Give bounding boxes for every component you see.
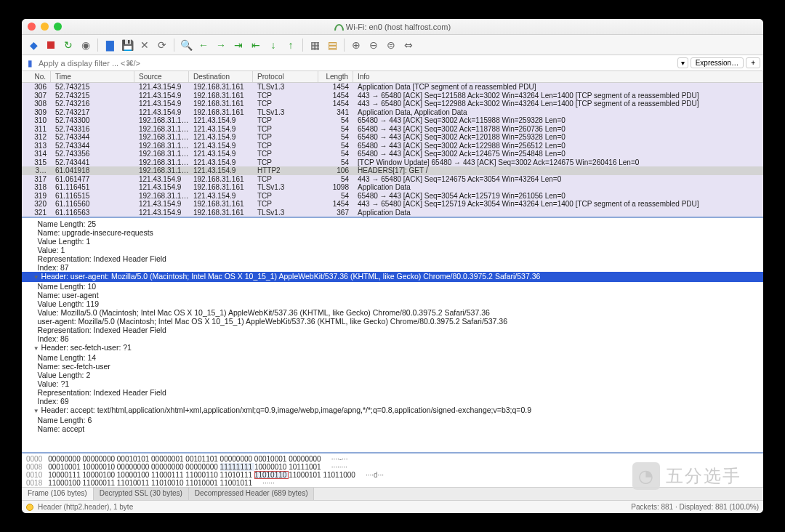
watermark-icon: ◔ — [632, 462, 660, 490]
table-row[interactable]: 32061.116560121.43.154.9192.168.31.161TC… — [22, 200, 763, 209]
detail-line[interactable]: Name: accept — [22, 424, 763, 433]
next-icon[interactable]: → — [214, 38, 228, 52]
packet-list[interactable]: No. Time Source Destination Protocol Len… — [22, 71, 763, 217]
table-row[interactable]: 30652.743215121.43.154.9192.168.31.161TL… — [22, 83, 763, 92]
autoscroll-icon[interactable]: ▦ — [307, 38, 322, 52]
detail-line[interactable]: Representation: Indexed Header Field — [22, 388, 763, 397]
table-row[interactable]: 31152.743316192.168.31.1…121.43.154.9TCP… — [22, 125, 763, 134]
col-src[interactable]: Source — [134, 71, 189, 82]
detail-line[interactable]: Value Length: 2 — [22, 371, 763, 379]
detail-line[interactable]: Name: sec-fetch-user — [22, 362, 763, 371]
titlebar: Wi-Fi: en0 (host halfrost.com) — [22, 19, 763, 35]
jump-icon[interactable]: ⇥ — [231, 38, 246, 52]
expression-button[interactable]: Expression… — [691, 57, 744, 68]
detail-line[interactable]: Name Length: 25 — [22, 219, 763, 228]
col-time[interactable]: Time — [51, 71, 134, 82]
prev-icon[interactable]: ← — [196, 38, 211, 52]
zoom-reset-icon[interactable]: ⊜ — [384, 38, 398, 52]
stop-icon[interactable] — [44, 38, 58, 52]
detail-line[interactable]: Name Length: 6 — [22, 416, 763, 424]
bookmark-icon[interactable]: ▮ — [25, 58, 36, 68]
table-row[interactable]: 31861.116451121.43.154.9192.168.31.161TL… — [22, 183, 763, 192]
table-row[interactable]: 30952.743217121.43.154.9192.168.31.161TL… — [22, 108, 763, 117]
byte-tab[interactable]: Decompressed Header (689 bytes) — [189, 488, 315, 500]
goto-icon[interactable]: ⇤ — [249, 38, 263, 52]
table-row[interactable]: 30852.743216121.43.154.9192.168.31.161TC… — [22, 100, 763, 108]
table-row[interactable]: 31052.743300192.168.31.1…121.43.154.9TCP… — [22, 116, 763, 125]
options-icon[interactable]: ◉ — [78, 38, 93, 52]
col-info[interactable]: Info — [353, 71, 763, 82]
close-file-icon[interactable]: ✕ — [137, 38, 152, 52]
table-row[interactable]: 30752.743215121.43.154.9192.168.31.161TC… — [22, 92, 763, 100]
detail-line[interactable]: Index: 69 — [22, 397, 763, 406]
toolbar: ◆ ↻ ◉ ▇ 💾 ✕ ⟳ 🔍 ← → ⇥ ⇤ ↓ ↑ ▦ ▤ ⊕ ⊖ ⊜ ⇔ — [22, 35, 763, 55]
detail-line[interactable]: Index: 86 — [22, 334, 763, 343]
last-icon[interactable]: ↑ — [283, 38, 298, 52]
detail-line[interactable]: Value: Mozilla/5.0 (Macintosh; Intel Mac… — [22, 308, 763, 317]
detail-line[interactable]: Representation: Indexed Header Field — [22, 254, 763, 263]
byte-tab[interactable]: Frame (106 bytes) — [22, 488, 94, 500]
first-icon[interactable]: ↓ — [266, 38, 281, 52]
save-icon[interactable]: 💾 — [120, 38, 134, 52]
detail-line[interactable]: Name Length: 14 — [22, 353, 763, 362]
detail-line[interactable]: Value: ?1 — [22, 379, 763, 388]
reload-icon[interactable]: ⟳ — [155, 38, 169, 52]
zoom-out-icon[interactable]: ⊖ — [366, 38, 381, 52]
detail-line[interactable]: Name Length: 10 — [22, 282, 763, 291]
window-title: Wi-Fi: en0 (host halfrost.com) — [22, 23, 763, 31]
watermark: ◔ 五分选手 — [632, 462, 741, 490]
detail-line[interactable]: user-agent: Mozilla/5.0 (Macintosh; Inte… — [22, 317, 763, 326]
table-row[interactable]: 31452.743356192.168.31.1…121.43.154.9TCP… — [22, 150, 763, 158]
table-row[interactable]: 31352.743344192.168.31.1…121.43.154.9TCP… — [22, 142, 763, 150]
detail-line[interactable]: Name: user-agent — [22, 291, 763, 299]
history-dropdown[interactable]: ▾ — [677, 57, 688, 68]
col-proto[interactable]: Protocol — [253, 71, 318, 82]
detail-line[interactable]: Header: sec-fetch-user: ?1 — [22, 343, 763, 353]
display-filter-input[interactable] — [36, 57, 677, 69]
table-row[interactable]: 3…61.041918192.168.31.1…121.43.154.9HTTP… — [22, 166, 763, 175]
restart-icon[interactable]: ↻ — [61, 38, 76, 52]
open-icon[interactable]: ◆ — [26, 38, 41, 52]
folder-icon[interactable]: ▇ — [102, 38, 117, 52]
detail-line[interactable]: Index: 87 — [22, 263, 763, 272]
table-row[interactable]: 32161.116563121.43.154.9192.168.31.161TL… — [22, 209, 763, 217]
table-row[interactable]: 31552.743441192.168.31.1…121.43.154.9TCP… — [22, 158, 763, 167]
col-no[interactable]: No. — [22, 71, 51, 82]
wifi-icon — [334, 24, 344, 31]
table-row[interactable]: 31961.116515192.168.31.1…121.43.154.9TCP… — [22, 192, 763, 201]
status-text: Header (http2.header), 1 byte — [38, 503, 133, 511]
wireshark-window: Wi-Fi: en0 (host halfrost.com) ◆ ↻ ◉ ▇ 💾… — [22, 19, 763, 513]
statusbar: Header (http2.header), 1 byte Packets: 8… — [22, 500, 763, 513]
col-dst[interactable]: Destination — [189, 71, 253, 82]
detail-line[interactable]: Header: user-agent: Mozilla/5.0 (Macinto… — [22, 272, 763, 282]
detail-line[interactable]: Value Length: 119 — [22, 299, 763, 308]
packet-details[interactable]: Name Length: 25 Name: upgrade-insecure-r… — [22, 217, 763, 452]
add-filter-button[interactable]: + — [746, 57, 760, 68]
expert-info-icon[interactable] — [26, 504, 33, 511]
colorize-icon[interactable]: ▤ — [325, 38, 339, 52]
table-row[interactable]: 31761.061477121.43.154.9192.168.31.161TC… — [22, 175, 763, 184]
find-icon[interactable]: 🔍 — [179, 38, 193, 52]
table-row[interactable]: 31252.743344192.168.31.1…121.43.154.9TCP… — [22, 133, 763, 142]
zoom-in-icon[interactable]: ⊕ — [349, 38, 363, 52]
detail-line[interactable]: Value: 1 — [22, 246, 763, 254]
detail-line[interactable]: Representation: Indexed Header Field — [22, 326, 763, 334]
filter-row: ▮ ▾ Expression… + — [22, 55, 763, 71]
detail-line[interactable]: Header: accept: text/html,application/xh… — [22, 406, 763, 416]
detail-line[interactable]: Value Length: 1 — [22, 237, 763, 246]
byte-tab[interactable]: Decrypted SSL (30 bytes) — [94, 488, 189, 500]
packet-list-header[interactable]: No. Time Source Destination Protocol Len… — [22, 71, 763, 83]
resize-icon[interactable]: ⇔ — [401, 38, 416, 52]
packet-count: Packets: 881 · Displayed: 881 (100.0%) — [631, 503, 759, 511]
detail-line[interactable]: Name: upgrade-insecure-requests — [22, 228, 763, 237]
col-len[interactable]: Length — [318, 71, 353, 82]
